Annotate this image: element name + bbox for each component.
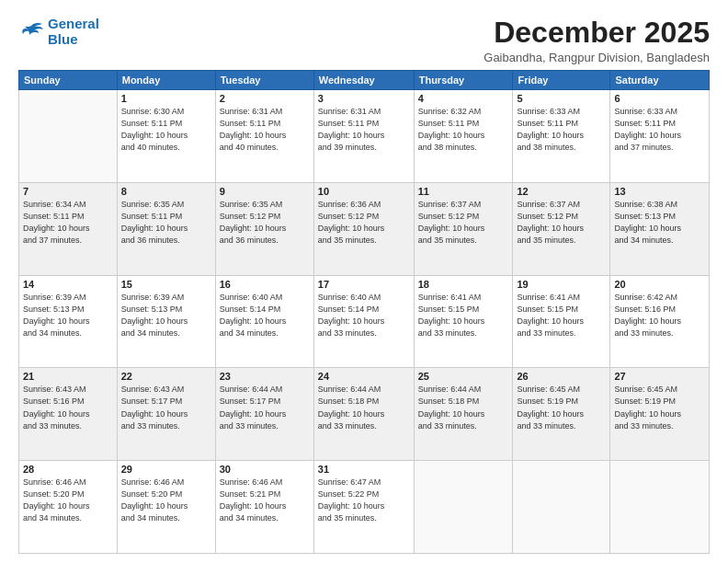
calendar-cell: 25Sunrise: 6:44 AMSunset: 5:18 PMDayligh… — [414, 368, 513, 461]
day-number: 27 — [614, 371, 705, 382]
day-number: 30 — [220, 464, 310, 475]
day-info: Sunrise: 6:43 AMSunset: 5:16 PMDaylight:… — [23, 384, 113, 431]
calendar-week-4: 21Sunrise: 6:43 AMSunset: 5:16 PMDayligh… — [19, 368, 710, 461]
day-number: 29 — [121, 464, 211, 475]
day-number: 24 — [318, 371, 410, 382]
calendar-cell — [513, 461, 610, 554]
calendar-week-3: 14Sunrise: 6:39 AMSunset: 5:13 PMDayligh… — [19, 275, 710, 368]
calendar-cell: 21Sunrise: 6:43 AMSunset: 5:16 PMDayligh… — [19, 368, 118, 461]
day-info: Sunrise: 6:42 AMSunset: 5:16 PMDaylight:… — [614, 292, 705, 339]
day-number: 18 — [418, 279, 509, 290]
day-number: 8 — [121, 186, 211, 197]
day-number: 22 — [121, 371, 211, 382]
calendar-cell: 14Sunrise: 6:39 AMSunset: 5:13 PMDayligh… — [19, 275, 118, 368]
calendar-week-2: 7Sunrise: 6:34 AMSunset: 5:11 PMDaylight… — [19, 182, 710, 275]
day-info: Sunrise: 6:41 AMSunset: 5:15 PMDaylight:… — [418, 292, 509, 339]
day-number: 4 — [418, 93, 509, 104]
day-number: 19 — [517, 279, 606, 290]
day-info: Sunrise: 6:44 AMSunset: 5:17 PMDaylight:… — [220, 384, 310, 431]
day-number: 20 — [614, 279, 705, 290]
day-info: Sunrise: 6:32 AMSunset: 5:11 PMDaylight:… — [418, 106, 509, 154]
calendar-cell: 20Sunrise: 6:42 AMSunset: 5:16 PMDayligh… — [610, 275, 710, 368]
day-info: Sunrise: 6:47 AMSunset: 5:22 PMDaylight:… — [318, 477, 410, 524]
day-number: 26 — [517, 371, 606, 382]
calendar-cell: 24Sunrise: 6:44 AMSunset: 5:18 PMDayligh… — [313, 368, 414, 461]
calendar-cell: 15Sunrise: 6:39 AMSunset: 5:13 PMDayligh… — [117, 275, 215, 368]
calendar-cell: 13Sunrise: 6:38 AMSunset: 5:13 PMDayligh… — [610, 182, 710, 275]
calendar-cell — [414, 461, 513, 554]
calendar-week-1: 1Sunrise: 6:30 AMSunset: 5:11 PMDaylight… — [19, 90, 710, 183]
month-title: December 2025 — [483, 17, 710, 49]
day-number: 23 — [220, 371, 310, 382]
day-number: 3 — [318, 93, 410, 104]
day-number: 31 — [318, 464, 410, 475]
calendar-cell: 30Sunrise: 6:46 AMSunset: 5:21 PMDayligh… — [215, 461, 313, 554]
weekday-header-row: SundayMondayTuesdayWednesdayThursdayFrid… — [19, 71, 710, 90]
logo-icon — [18, 22, 44, 42]
day-number: 6 — [614, 93, 705, 104]
calendar-cell: 17Sunrise: 6:40 AMSunset: 5:14 PMDayligh… — [313, 275, 414, 368]
day-number: 5 — [517, 93, 606, 104]
day-info: Sunrise: 6:33 AMSunset: 5:11 PMDaylight:… — [614, 106, 705, 154]
calendar-cell — [19, 90, 118, 183]
weekday-header-wednesday: Wednesday — [313, 71, 414, 90]
calendar-cell: 26Sunrise: 6:45 AMSunset: 5:19 PMDayligh… — [513, 368, 610, 461]
day-number: 9 — [220, 186, 310, 197]
header: General Blue December 2025 Gaibandha, Ra… — [18, 17, 710, 64]
calendar-cell: 18Sunrise: 6:41 AMSunset: 5:15 PMDayligh… — [414, 275, 513, 368]
calendar-cell: 28Sunrise: 6:46 AMSunset: 5:20 PMDayligh… — [19, 461, 118, 554]
calendar-cell: 4Sunrise: 6:32 AMSunset: 5:11 PMDaylight… — [414, 90, 513, 183]
weekday-header-friday: Friday — [513, 71, 610, 90]
calendar-cell: 2Sunrise: 6:31 AMSunset: 5:11 PMDaylight… — [215, 90, 313, 183]
calendar-cell: 8Sunrise: 6:35 AMSunset: 5:11 PMDaylight… — [117, 182, 215, 275]
day-info: Sunrise: 6:34 AMSunset: 5:11 PMDaylight:… — [23, 199, 113, 247]
calendar-cell: 29Sunrise: 6:46 AMSunset: 5:20 PMDayligh… — [117, 461, 215, 554]
day-number: 1 — [121, 93, 211, 104]
weekday-header-sunday: Sunday — [19, 71, 118, 90]
calendar-cell: 5Sunrise: 6:33 AMSunset: 5:11 PMDaylight… — [513, 90, 610, 183]
day-info: Sunrise: 6:45 AMSunset: 5:19 PMDaylight:… — [614, 384, 705, 431]
calendar-cell: 10Sunrise: 6:36 AMSunset: 5:12 PMDayligh… — [313, 182, 414, 275]
calendar-week-5: 28Sunrise: 6:46 AMSunset: 5:20 PMDayligh… — [19, 461, 710, 554]
day-info: Sunrise: 6:46 AMSunset: 5:21 PMDaylight:… — [220, 477, 310, 524]
day-number: 25 — [418, 371, 509, 382]
location-subtitle: Gaibandha, Rangpur Division, Bangladesh — [483, 51, 710, 64]
day-number: 16 — [220, 279, 310, 290]
day-number: 13 — [614, 186, 705, 197]
day-info: Sunrise: 6:44 AMSunset: 5:18 PMDaylight:… — [418, 384, 509, 431]
day-info: Sunrise: 6:46 AMSunset: 5:20 PMDaylight:… — [23, 477, 113, 524]
page: General Blue December 2025 Gaibandha, Ra… — [0, 0, 728, 563]
day-number: 2 — [220, 93, 310, 104]
day-info: Sunrise: 6:39 AMSunset: 5:13 PMDaylight:… — [23, 292, 113, 339]
calendar-cell: 9Sunrise: 6:35 AMSunset: 5:12 PMDaylight… — [215, 182, 313, 275]
day-info: Sunrise: 6:43 AMSunset: 5:17 PMDaylight:… — [121, 384, 211, 431]
day-number: 17 — [318, 279, 410, 290]
weekday-header-monday: Monday — [117, 71, 215, 90]
day-info: Sunrise: 6:33 AMSunset: 5:11 PMDaylight:… — [517, 106, 606, 154]
day-info: Sunrise: 6:44 AMSunset: 5:18 PMDaylight:… — [318, 384, 410, 431]
day-number: 14 — [23, 279, 113, 290]
calendar-cell: 22Sunrise: 6:43 AMSunset: 5:17 PMDayligh… — [117, 368, 215, 461]
calendar-cell: 1Sunrise: 6:30 AMSunset: 5:11 PMDaylight… — [117, 90, 215, 183]
day-info: Sunrise: 6:45 AMSunset: 5:19 PMDaylight:… — [517, 384, 606, 431]
day-number: 7 — [23, 186, 113, 197]
day-number: 28 — [23, 464, 113, 475]
day-info: Sunrise: 6:36 AMSunset: 5:12 PMDaylight:… — [318, 199, 410, 247]
day-number: 12 — [517, 186, 606, 197]
day-info: Sunrise: 6:31 AMSunset: 5:11 PMDaylight:… — [220, 106, 310, 154]
day-info: Sunrise: 6:30 AMSunset: 5:11 PMDaylight:… — [121, 106, 211, 154]
calendar-cell: 12Sunrise: 6:37 AMSunset: 5:12 PMDayligh… — [513, 182, 610, 275]
day-info: Sunrise: 6:39 AMSunset: 5:13 PMDaylight:… — [121, 292, 211, 339]
calendar-cell: 7Sunrise: 6:34 AMSunset: 5:11 PMDaylight… — [19, 182, 118, 275]
day-info: Sunrise: 6:40 AMSunset: 5:14 PMDaylight:… — [220, 292, 310, 339]
day-number: 11 — [418, 186, 509, 197]
day-number: 10 — [318, 186, 410, 197]
day-info: Sunrise: 6:35 AMSunset: 5:11 PMDaylight:… — [121, 199, 211, 247]
calendar-table: SundayMondayTuesdayWednesdayThursdayFrid… — [18, 70, 710, 554]
day-info: Sunrise: 6:38 AMSunset: 5:13 PMDaylight:… — [614, 199, 705, 247]
calendar-cell: 16Sunrise: 6:40 AMSunset: 5:14 PMDayligh… — [215, 275, 313, 368]
day-info: Sunrise: 6:37 AMSunset: 5:12 PMDaylight:… — [517, 199, 606, 247]
day-info: Sunrise: 6:46 AMSunset: 5:20 PMDaylight:… — [121, 477, 211, 524]
day-info: Sunrise: 6:40 AMSunset: 5:14 PMDaylight:… — [318, 292, 410, 339]
title-block: December 2025 Gaibandha, Rangpur Divisio… — [483, 17, 710, 64]
